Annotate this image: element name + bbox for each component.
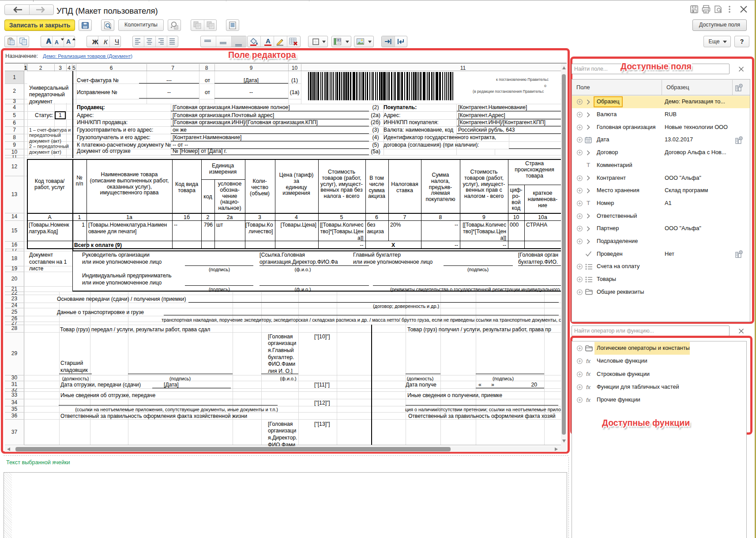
svg-text:R: R: [338, 39, 339, 42]
